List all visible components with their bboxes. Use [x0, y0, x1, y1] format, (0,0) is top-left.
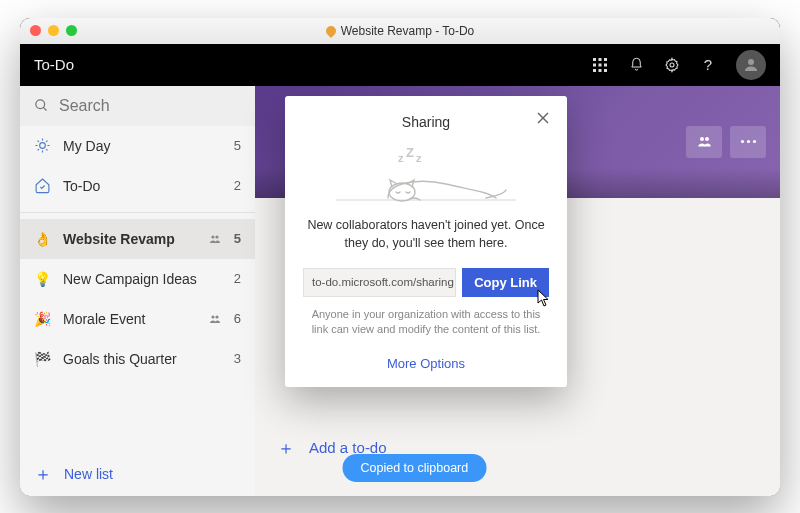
close-icon[interactable]	[537, 112, 549, 124]
share-list-button[interactable]	[686, 126, 722, 158]
svg-text:z: z	[398, 152, 404, 164]
sidebar-divider	[20, 212, 255, 213]
emoji-like-icon: 👌	[34, 231, 51, 247]
svg-rect-4	[599, 63, 602, 66]
svg-line-21	[46, 141, 47, 142]
help-icon[interactable]: ?	[700, 57, 716, 73]
copied-toast: Copied to clipboard	[343, 454, 487, 482]
sidebar-item-label: My Day	[63, 138, 222, 154]
sidebar-item-label: New Campaign Ideas	[63, 271, 222, 287]
body: Search My Day 5 To-Do 2 👌 Webs	[20, 86, 780, 496]
app-name: To-Do	[34, 56, 74, 73]
sidebar-item-label: Morale Event	[63, 311, 200, 327]
svg-point-27	[705, 137, 709, 141]
search-icon	[34, 98, 49, 113]
window-title: Website Revamp - To-Do	[341, 24, 475, 38]
svg-point-13	[40, 143, 46, 149]
svg-text:z: z	[416, 152, 422, 164]
sidebar-item-count: 5	[234, 138, 241, 153]
share-link-row: to-do.microsoft.com/sharing Copy Link	[303, 268, 549, 297]
bulb-icon: 💡	[34, 271, 51, 287]
svg-rect-8	[604, 69, 607, 72]
new-list-label: New list	[64, 466, 113, 482]
share-disclaimer: Anyone in your organization with access …	[303, 307, 549, 338]
nav-list: My Day 5 To-Do 2 👌 Website Revamp 5	[20, 126, 255, 452]
new-list-button[interactable]: ＋ New list	[20, 452, 255, 496]
topbar: To-Do ?	[20, 44, 780, 86]
cursor-icon	[537, 289, 551, 307]
svg-point-29	[746, 140, 749, 143]
notifications-icon[interactable]	[628, 57, 644, 73]
copy-link-button[interactable]: Copy Link	[462, 268, 549, 297]
svg-point-10	[748, 59, 754, 65]
svg-rect-1	[599, 58, 602, 61]
sidebar-item-label: To-Do	[63, 178, 222, 194]
app-launcher-icon[interactable]	[592, 57, 608, 73]
plus-icon: ＋	[277, 436, 295, 460]
svg-rect-0	[593, 58, 596, 61]
sun-icon	[34, 137, 51, 154]
topbar-actions: ?	[592, 50, 766, 80]
sidebar-item-goals-this-quarter[interactable]: 🏁 Goals this Quarter 3	[20, 339, 255, 379]
sharing-modal: Sharing z Z z	[285, 96, 567, 387]
svg-point-24	[211, 315, 214, 318]
sidebar-item-count: 6	[234, 311, 241, 326]
sidebar-item-my-day[interactable]: My Day 5	[20, 126, 255, 166]
svg-rect-3	[593, 63, 596, 66]
svg-point-28	[740, 140, 743, 143]
flag-icon: 🏁	[34, 351, 51, 367]
more-options-button[interactable]	[730, 126, 766, 158]
svg-point-26	[700, 137, 704, 141]
modal-message: New collaborators haven't joined yet. On…	[303, 216, 549, 252]
search-row[interactable]: Search	[20, 86, 255, 126]
svg-text:Z: Z	[406, 148, 414, 160]
settings-icon[interactable]	[664, 57, 680, 73]
svg-rect-5	[604, 63, 607, 66]
app-favicon	[324, 23, 338, 37]
sidebar-item-morale-event[interactable]: 🎉 Morale Event 6	[20, 299, 255, 339]
sidebar-item-website-revamp[interactable]: 👌 Website Revamp 5	[20, 219, 255, 259]
sidebar-item-count: 2	[234, 271, 241, 286]
svg-point-22	[211, 235, 214, 238]
toast-text: Copied to clipboard	[361, 461, 469, 475]
svg-line-20	[38, 149, 39, 150]
window: Website Revamp - To-Do To-Do ? S	[20, 18, 780, 496]
svg-point-9	[670, 63, 674, 67]
sleeping-cat-illustration: z Z z	[303, 140, 549, 208]
sidebar-item-new-campaign-ideas[interactable]: 💡 New Campaign Ideas 2	[20, 259, 255, 299]
svg-rect-7	[599, 69, 602, 72]
window-title-wrap: Website Revamp - To-Do	[20, 24, 780, 38]
sidebar: Search My Day 5 To-Do 2 👌 Webs	[20, 86, 255, 496]
svg-point-25	[215, 315, 218, 318]
modal-title: Sharing	[402, 114, 450, 130]
account-avatar[interactable]	[736, 50, 766, 80]
list-header-actions	[686, 126, 766, 158]
svg-line-18	[38, 141, 39, 142]
shared-icon	[208, 313, 222, 325]
modal-header: Sharing	[303, 110, 549, 134]
svg-rect-6	[593, 69, 596, 72]
shared-icon	[208, 233, 222, 245]
home-icon	[34, 177, 51, 194]
svg-point-11	[36, 100, 45, 109]
svg-point-30	[752, 140, 755, 143]
plus-icon: ＋	[34, 462, 52, 486]
sidebar-item-label: Goals this Quarter	[63, 351, 222, 367]
more-options-link[interactable]: More Options	[303, 356, 549, 371]
svg-point-23	[215, 235, 218, 238]
sidebar-item-todo[interactable]: To-Do 2	[20, 166, 255, 206]
search-placeholder: Search	[59, 97, 110, 115]
share-link-input[interactable]: to-do.microsoft.com/sharing	[303, 268, 456, 297]
popper-icon: 🎉	[34, 311, 51, 327]
copy-link-label: Copy Link	[474, 275, 537, 290]
sidebar-item-label: Website Revamp	[63, 231, 200, 247]
svg-line-19	[46, 149, 47, 150]
svg-line-12	[43, 107, 46, 110]
sidebar-item-count: 5	[234, 231, 241, 246]
sidebar-item-count: 3	[234, 351, 241, 366]
svg-rect-2	[604, 58, 607, 61]
sidebar-item-count: 2	[234, 178, 241, 193]
titlebar: Website Revamp - To-Do	[20, 18, 780, 44]
